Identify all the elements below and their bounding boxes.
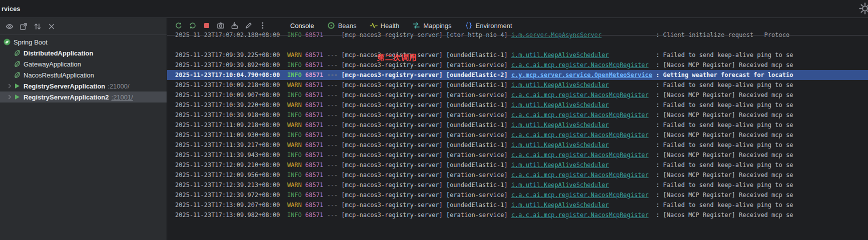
run-icon: [13, 93, 21, 101]
tab-mappings[interactable]: Mappings: [412, 22, 451, 30]
log-line[interactable]: 2025-11-23T17:12:39.213+08:00WARN68571--…: [167, 180, 868, 190]
services-panel-toolbar: [0, 18, 167, 35]
tree-item-distributedapplication[interactable]: DistributedApplication: [0, 48, 167, 58]
log-line[interactable]: 2025-11-23T17:09:39.225+08:00WARN68571--…: [167, 50, 868, 60]
services-tree: Spring Boot DistributedApplication Gatew…: [0, 35, 167, 102]
tab-console[interactable]: Console: [290, 22, 314, 30]
run-icon: [13, 82, 21, 90]
log-line[interactable]: 2025-11-23T17:11:09.930+08:00INFO68571--…: [167, 130, 868, 140]
main-layout: Spring Boot DistributedApplication Gatew…: [0, 18, 868, 240]
spring-app-icon: [13, 71, 21, 79]
log-line[interactable]: 2025-11-23T17:13:09.207+08:00WARN68571--…: [167, 200, 868, 210]
tree-item-registryserverapplication2[interactable]: RegistryServerApplication2 :21001/: [0, 92, 167, 102]
log-line[interactable]: 2025-11-23T17:12:09.210+08:00WARN68571--…: [167, 160, 868, 170]
eye-icon[interactable]: [5, 22, 14, 31]
tree-item-label: RegistryServerApplication: [24, 82, 105, 90]
spring-app-icon: [13, 49, 21, 57]
pencil-icon[interactable]: [244, 21, 253, 30]
rerun-icon[interactable]: [174, 21, 183, 30]
log-line-blank: [167, 40, 868, 50]
spring-app-icon: [13, 60, 21, 68]
tab-health[interactable]: Health: [370, 22, 400, 30]
tree-item-label: NacosRestfulApplication: [24, 72, 94, 79]
log-line[interactable]: 2025-11-23T17:12:39.972+08:00INFO68571--…: [167, 190, 868, 200]
open-in-new-icon[interactable]: [19, 22, 28, 31]
restart-icon[interactable]: [188, 21, 197, 30]
log-line[interactable]: 2025-11-23T17:11:39.217+08:00WARN68571--…: [167, 140, 868, 150]
spring-boot-icon: [3, 38, 11, 46]
log-line[interactable]: 2025-11-23T17:11:39.943+08:00INFO68571--…: [167, 150, 868, 160]
tree-item-spring-boot[interactable]: Spring Boot: [0, 36, 167, 48]
annotation-text: 第二次调用: [377, 53, 417, 62]
tree-item-label: Spring Boot: [14, 38, 48, 46]
log-line[interactable]: 2025-11-23T17:09:39.892+08:00INFO68571--…: [167, 60, 868, 70]
service-port-link[interactable]: :21000/: [108, 82, 129, 90]
kebab-menu-icon[interactable]: [258, 21, 267, 30]
camera-icon[interactable]: [216, 21, 225, 30]
log-line[interactable]: 2025-11-23T17:10:39.918+08:00INFO68571--…: [167, 110, 868, 120]
mappings-icon: [412, 22, 420, 30]
tree-item-label: DistributedApplication: [24, 50, 93, 57]
tree-item-label: GatewayApplication: [24, 60, 81, 68]
sort-arrows-icon[interactable]: [33, 22, 42, 31]
stop-icon[interactable]: [202, 21, 211, 30]
log-line[interactable]: 2025-11-23T17:10:04.790+08:00INFO68571--…: [167, 70, 868, 80]
toolbar-divider: [167, 35, 868, 36]
log-line[interactable]: 2025-11-23T17:10:09.907+08:00INFO68571--…: [167, 90, 868, 100]
gear-icon[interactable]: [858, 2, 868, 17]
tree-item-label: RegistryServerApplication2: [24, 94, 109, 101]
bean-icon: [327, 22, 335, 30]
chevron-right-icon[interactable]: [6, 83, 13, 89]
services-panel: Spring Boot DistributedApplication Gatew…: [0, 18, 167, 240]
chevron-right-icon[interactable]: [6, 94, 13, 100]
titlebar: rvices: [0, 0, 868, 18]
health-pulse-icon: [370, 22, 378, 30]
tab-beans[interactable]: Beans: [327, 22, 357, 30]
run-content: Console Beans Health: [167, 18, 868, 240]
log-line[interactable]: 2025-11-23T17:12:09.956+08:00INFO68571--…: [167, 170, 868, 180]
window-title: rvices: [0, 5, 21, 12]
braces-icon: [465, 22, 473, 30]
tab-environment[interactable]: Environment: [465, 22, 512, 30]
console-tabs: Console Beans Health: [290, 22, 512, 30]
run-toolbar: Console Beans Health: [167, 18, 868, 33]
log-line[interactable]: 2025-11-23T17:10:09.218+08:00WARN68571--…: [167, 80, 868, 90]
log-line[interactable]: 2025-11-23T17:11:09.218+08:00WARN68571--…: [167, 120, 868, 130]
tree-item-nacosrestfulapplication[interactable]: NacosRestfulApplication: [0, 70, 167, 80]
close-icon[interactable]: [47, 22, 56, 31]
box-arrow-icon[interactable]: [230, 21, 239, 30]
log-line[interactable]: 2025-11-23T17:10:39.220+08:00WARN68571--…: [167, 100, 868, 110]
console-log[interactable]: 2025-11-23T17:07:02.188+08:00INFO68571--…: [167, 30, 868, 240]
tree-item-registryserverapplication[interactable]: RegistryServerApplication :21000/: [0, 80, 167, 92]
log-line[interactable]: 2025-11-23T17:13:09.982+08:00INFO68571--…: [167, 210, 868, 220]
tree-item-gatewayapplication[interactable]: GatewayApplication: [0, 58, 167, 70]
service-port-link[interactable]: :21001/: [112, 94, 133, 101]
